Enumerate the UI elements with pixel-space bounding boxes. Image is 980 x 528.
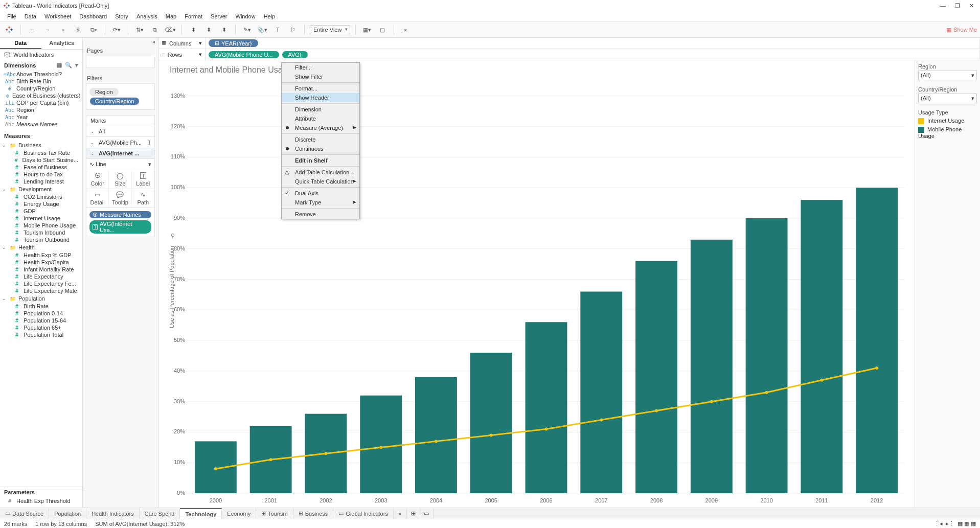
menu-format[interactable]: Format: [180, 12, 207, 20]
measure-population-0-14[interactable]: #Population 0-14: [0, 310, 82, 317]
ctx-quick-table-calculation[interactable]: Quick Table Calculation▶: [282, 177, 359, 186]
measure-life-expectancy-fe-[interactable]: #Life Expectancy Fe...: [0, 280, 82, 287]
status-nav-next[interactable]: ▸⋮: [946, 520, 954, 527]
ctx-continuous[interactable]: Continuous: [282, 144, 359, 153]
param-health-exp-threshold[interactable]: #Health Exp Threshold: [0, 497, 82, 504]
cards-icon[interactable]: ▦▾: [361, 24, 373, 36]
measure-group-health[interactable]: ⌄📁Health: [0, 243, 82, 251]
row-pill-avg-internet[interactable]: AVG(: [282, 51, 308, 58]
measure-tourism-outbound[interactable]: #Tourism Outbound: [0, 236, 82, 243]
measure-group-development[interactable]: ⌄📁Development: [0, 185, 82, 193]
measure-population-65-[interactable]: #Population 65+: [0, 324, 82, 331]
marks-path-button[interactable]: ∿Path: [132, 189, 154, 208]
tab-business[interactable]: ⊞ Business: [293, 508, 334, 519]
tab-technology[interactable]: Technology: [180, 508, 222, 519]
new-dashboard-button[interactable]: ⊞: [407, 508, 420, 519]
menu-story[interactable]: Story: [111, 12, 132, 20]
ctx-dimension[interactable]: Dimension: [282, 105, 359, 114]
menu-window[interactable]: Window: [232, 12, 260, 20]
new-story-button[interactable]: ▭: [420, 508, 434, 519]
new-datasource-icon[interactable]: ⎘: [72, 24, 84, 36]
duplicate-icon[interactable]: ⧉: [149, 24, 161, 36]
redo-icon[interactable]: →: [41, 24, 54, 36]
legend-internet[interactable]: Internet Usage: [918, 117, 977, 125]
menu-dashboard[interactable]: Dashboard: [75, 12, 111, 20]
measure-business-tax-rate[interactable]: #Business Tax Rate: [0, 149, 82, 156]
share-icon[interactable]: ∝: [399, 24, 412, 36]
swap-icon[interactable]: ⇅▾: [133, 24, 146, 36]
ctx-show-header[interactable]: Show Header: [282, 93, 359, 102]
tab-data[interactable]: Data: [0, 38, 41, 49]
maximize-button[interactable]: ❐: [955, 3, 960, 9]
tab-analytics[interactable]: Analytics: [41, 38, 83, 49]
clear-icon[interactable]: ⌫▾: [164, 24, 176, 36]
datasource-row[interactable]: World Indicators: [0, 50, 82, 60]
pin-icon[interactable]: ⚐: [287, 24, 299, 36]
dim-gdp-capita-bin[interactable]: ılıGDP per Capita (bin): [0, 99, 82, 106]
sort-desc-icon[interactable]: ⬍: [202, 24, 215, 36]
marks-detail-button[interactable]: ▭Detail: [86, 189, 109, 208]
measure-health-exp-gdp[interactable]: #Health Exp % GDP: [0, 251, 82, 259]
dim-measure-names[interactable]: AbcMeasure Names: [0, 121, 82, 128]
ctx-attribute[interactable]: Attribute: [282, 114, 359, 123]
fit-select[interactable]: Entire View: [310, 25, 350, 34]
filter-pill-region[interactable]: Region: [89, 88, 151, 96]
marks-size-button[interactable]: ◯Size: [109, 170, 131, 189]
measure-group-population[interactable]: ⌄📁Population: [0, 294, 82, 303]
dim-country-region[interactable]: ⊕Country/Region: [0, 85, 82, 92]
region-filter-select[interactable]: (All)▾: [918, 71, 977, 80]
measure-gdp[interactable]: #GDP: [0, 208, 82, 215]
measure-population-15-64[interactable]: #Population 15-64: [0, 317, 82, 324]
columns-shelf[interactable]: ≣Columns▾ ⊞YEAR(Year): [158, 38, 980, 49]
ctx-add-table-calculation-[interactable]: △Add Table Calculation...: [282, 168, 359, 177]
measure-internet-usage[interactable]: #Internet Usage: [0, 215, 82, 222]
collapse-pane-icon[interactable]: ◂: [83, 38, 158, 45]
undo-icon[interactable]: ←: [26, 24, 38, 36]
measure-life-expectancy[interactable]: #Life Expectancy: [0, 273, 82, 280]
ctx-format-[interactable]: Format...: [282, 84, 359, 93]
marks-type-select[interactable]: ∿ Line▾: [86, 159, 155, 170]
labels-icon[interactable]: T: [271, 24, 284, 36]
sort-asc-icon[interactable]: ⬍: [187, 24, 199, 36]
ctx-measure-average-[interactable]: Measure (Average)▶: [282, 123, 359, 132]
minimize-button[interactable]: —: [940, 3, 946, 9]
marks-color-button[interactable]: ⦿Color: [86, 170, 109, 189]
measure-group-business[interactable]: ⌄📁Business: [0, 141, 82, 149]
marks-avg-internet-row[interactable]: ⌄AVG(Internet ...: [86, 148, 155, 159]
tab-data-source[interactable]: ▭ Data Source: [0, 508, 49, 519]
search-icon[interactable]: 🔍: [65, 62, 72, 68]
filter-pill-country[interactable]: Country/Region: [89, 97, 151, 105]
menu-map[interactable]: Map: [162, 12, 180, 20]
measure-hours-to-do-tax[interactable]: #Hours to do Tax: [0, 171, 82, 178]
row-pill-avg-mobile[interactable]: AVG(Mobile Phone U...: [209, 51, 279, 58]
menu-file[interactable]: File: [3, 12, 20, 20]
marks-tooltip-button[interactable]: 💬Tooltip: [109, 189, 131, 208]
marks-avg-mobile-row[interactable]: ⌄AVG(Mobile Ph...▯: [86, 137, 155, 148]
group-icon[interactable]: 📎▾: [256, 24, 268, 36]
dim-year[interactable]: AbcYear: [0, 113, 82, 121]
dim-above-threshold[interactable]: =AbcAbove Threshold?: [0, 71, 82, 78]
tab-care-spend[interactable]: Care Spend: [140, 508, 180, 519]
measure-birth-rate[interactable]: #Birth Rate: [0, 303, 82, 310]
menu-analysis[interactable]: Analysis: [132, 12, 162, 20]
measure-ease-of-business[interactable]: #Ease of Business: [0, 164, 82, 171]
tab-economy[interactable]: Economy: [222, 508, 256, 519]
ctx-remove[interactable]: Remove: [282, 210, 359, 219]
presentation-icon[interactable]: ▢: [376, 24, 389, 36]
ctx-mark-type[interactable]: Mark Type▶: [282, 198, 359, 207]
column-pill-year[interactable]: ⊞YEAR(Year): [209, 39, 258, 47]
filters-shelf[interactable]: Region Country/Region: [86, 83, 155, 110]
status-nav-prev[interactable]: ⋮◂: [934, 520, 943, 527]
ctx-edit-in-shelf[interactable]: Edit in Shelf: [282, 156, 359, 165]
tab-global-indicators[interactable]: ▭ Global Indicators: [333, 508, 394, 519]
pages-shelf[interactable]: [86, 56, 155, 68]
legend-mobile[interactable]: Mobile Phone Usage: [918, 125, 977, 140]
close-button[interactable]: ✕: [969, 3, 974, 9]
measure-days-to-start-busine-[interactable]: #Days to Start Busine...: [0, 156, 82, 164]
new-sheet-button[interactable]: ▫: [394, 508, 407, 519]
refresh-icon[interactable]: ⟳▾: [110, 24, 123, 36]
ctx-filter-[interactable]: Filter...: [282, 63, 359, 72]
measure-life-expectancy-male[interactable]: #Life Expectancy Male: [0, 287, 82, 294]
rows-shelf[interactable]: ≡Rows▾ AVG(Mobile Phone U... AVG(: [158, 49, 980, 60]
measure-mobile-phone-usage[interactable]: #Mobile Phone Usage: [0, 222, 82, 229]
